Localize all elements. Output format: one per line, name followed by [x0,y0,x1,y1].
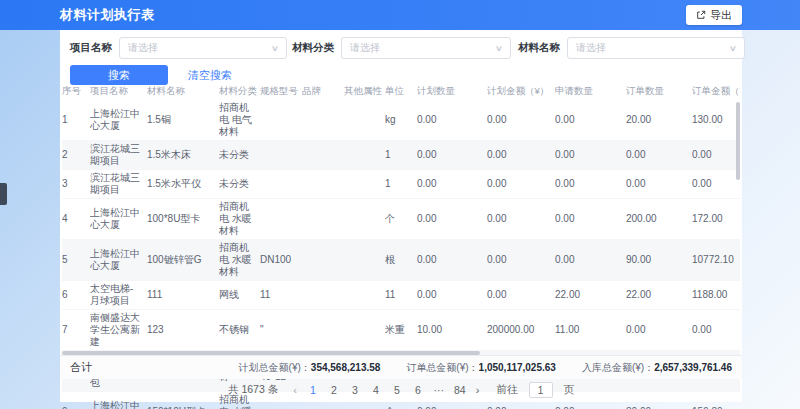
table-cell: 0.00 [626,322,692,338]
column-header: 单位 [385,85,417,98]
summary-total-value: 1,050,117,025.63 [479,362,556,373]
table-cell [260,182,302,186]
table-cell: 0.00 [417,211,487,227]
goto-page-input[interactable] [529,382,553,398]
prev-page-icon[interactable]: ‹ [291,384,299,396]
table-cell: 0.00 [692,176,740,192]
table-cell: 0.00 [417,112,487,128]
export-button-label: 导出 [710,8,732,23]
page-button[interactable]: 1 [306,384,320,396]
export-button[interactable]: 导出 [686,5,742,25]
table-row: 5上海松江中心大厦100镀锌管G招商机电 水暖材料DN100根0.000.000… [62,240,740,281]
filter-group-material-name: 材料名称 请选择 ∨ [518,37,745,59]
material-category-select[interactable]: 请选择 ∨ [341,37,511,59]
table-cell: kg [385,112,417,128]
vertical-scrollbar[interactable] [736,102,740,180]
table-cell: 156.80 [692,404,740,409]
table-cell: 0.00 [692,322,740,338]
table-row: 2滨江花城三期项目1.5米木床未分类10.000.000.000.000.00 [62,141,740,170]
table-cell: 0.00 [626,176,692,192]
page-button[interactable]: 4 [369,384,383,396]
table-cell: 0.00 [487,287,555,303]
page-button[interactable]: 2 [327,384,341,396]
table-cell: " [260,322,302,338]
table-cell: 90.00 [626,252,692,268]
table-row: 7南侧盛达大学生公寓新建123不锈钢"米重10.00200000.0011.00… [62,310,740,351]
table-row: 3滨江花城三期项目1.5米水平仪未分类10.000.000.000.000.00 [62,170,740,199]
table-cell: 150*10U型卡 [147,404,219,409]
summary-total-value: 354,568,213.58 [311,362,381,373]
table-cell: 200000.00 [487,322,555,338]
table-cell [344,258,385,262]
page-button[interactable]: 84 [453,384,467,396]
table-cell: 南侧盛达大学生公寓新建 [90,310,147,350]
table-cell: 200.00 [626,211,692,227]
summary-label: 合计 [70,360,92,375]
table-cell: 22.00 [626,287,692,303]
summary-total-value: 2,657,339,761.46 [654,362,732,373]
table-cell: 6 [62,287,90,303]
next-page-icon[interactable]: › [474,384,482,396]
table-cell [302,153,344,157]
table-cell [302,182,344,186]
summary-total-label: 计划总金额(¥)： [239,362,311,373]
column-header: 计划金额（¥） [487,85,555,98]
table-cell: 100镀锌管G [147,252,219,268]
filter-label-material-category: 材料分类 [292,41,334,55]
table-cell [302,293,344,297]
table-cell: 0.00 [692,147,740,163]
table-cell: 11.00 [555,322,626,338]
filter-group-project: 项目名称 请选择 ∨ [70,37,287,59]
summary-total-label: 入库总金额(¥)： [582,362,654,373]
column-header: 规格型号 [260,85,302,98]
table-cell: 个 [385,404,417,409]
topbar: 材料计划执行表 导出 [0,0,800,30]
chevron-down-icon: ∨ [495,44,503,53]
summary-total: 订单总金额(¥)：1,050,117,025.63 [406,361,556,375]
page-button[interactable]: 6 [411,384,425,396]
table-cell [260,118,302,122]
table-cell: 1.5米木床 [147,147,219,163]
table-cell: 0.00 [417,287,487,303]
table-cell: 0.00 [487,404,555,409]
table-cell: 80.00 [626,404,692,409]
export-icon [696,10,706,20]
table-cell: 0.00 [555,112,626,128]
clear-search-link[interactable]: 清空搜索 [188,68,232,83]
project-name-select[interactable]: 请选择 ∨ [119,37,287,59]
table-cell: 招商机电 水暖材料 [219,199,260,239]
column-header: 其他属性 [344,85,385,98]
table-cell: 11 [260,287,302,303]
table-cell: 5 [62,252,90,268]
table-cell: 0.00 [487,252,555,268]
summary-total-label: 订单总金额(¥)： [406,362,478,373]
table-cell: 0.00 [487,112,555,128]
table-cell [344,118,385,122]
select-placeholder: 请选择 [128,41,158,55]
table-cell: 滨江花城三期项目 [90,170,147,198]
select-placeholder: 请选择 [350,41,380,55]
table-cell: 0.00 [555,404,626,409]
page-title: 材料计划执行表 [60,0,155,30]
material-name-select[interactable]: 请选择 ∨ [567,37,745,59]
table-cell: 10772.10 [692,252,740,268]
table-cell [302,118,344,122]
pagination-total: 共 1673 条 [228,383,278,397]
summary-total: 计划总金额(¥)：354,568,213.58 [239,361,381,375]
table-cell: 20.00 [626,112,692,128]
table-cell: 0.00 [555,147,626,163]
table-cell: 9 [62,404,90,409]
table-cell: 0.00 [555,211,626,227]
page-button[interactable]: 3 [348,384,362,396]
page-button[interactable]: 5 [390,384,404,396]
side-panel-handle[interactable] [0,183,7,205]
table-cell [260,153,302,157]
table-cell: 0.00 [626,147,692,163]
table-cell [344,217,385,221]
table-cell: DN100 [260,252,302,268]
page-background: 材料计划执行表 导出 项目名称 请选择 ∨ 材料分类 请选择 ∨ [0,0,800,409]
table-cell: 未分类 [219,147,260,163]
table-cell: 1188.00 [692,287,740,303]
table-row: 4上海松江中心大厦100*8U型卡招商机电 水暖材料个0.000.000.002… [62,199,740,240]
page-ellipsis[interactable]: ··· [432,384,446,396]
